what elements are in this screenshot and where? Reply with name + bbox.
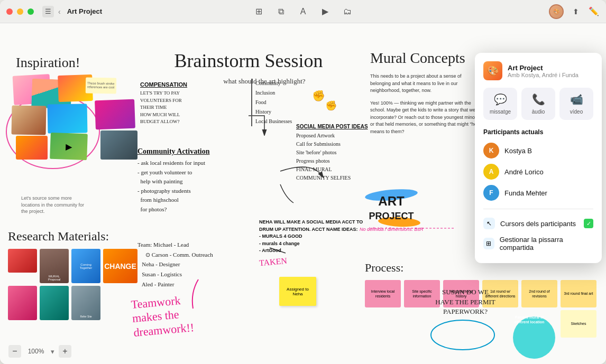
cursors-check: ✓ — [584, 219, 593, 228]
edit-icon[interactable]: ✏️ — [588, 6, 600, 17]
mural-note2: Yes! 100% — thinking we might partner wi… — [370, 100, 486, 136]
close-button[interactable] — [6, 8, 13, 15]
compensation-text: LET'S TRY TO PAYVOLUNTEERS FORTHEIR TIME… — [140, 90, 219, 126]
brainstorm-title: Brainstorm Session — [148, 50, 349, 72]
kostya-name: Kostya B — [504, 147, 532, 155]
cursors-toggle[interactable]: ↖ Cursors dels participants ✓ — [483, 214, 593, 232]
photo-r2 — [100, 130, 137, 160]
emoji-fist1: ✊ — [312, 89, 325, 102]
photo-5 — [48, 104, 88, 133]
back-arrow[interactable]: ‹ — [56, 6, 63, 17]
participants-section-title: Participants actuals — [483, 128, 593, 136]
community-title: Community Activation — [137, 147, 238, 156]
social-title: SOCIAL MEDIA POST IDEAS — [296, 124, 381, 129]
copy-icon[interactable]: ⧉ — [275, 6, 287, 17]
message-button[interactable]: 💬 missatge — [483, 88, 517, 120]
neha-box: NEHA WILL MAKE A SOCIAL MEDIA ACCT TO DR… — [259, 219, 365, 267]
research-title: Research Materials: — [8, 229, 145, 244]
media-icon[interactable]: ▶ — [319, 6, 331, 17]
sidebar-toggle-icon[interactable]: ☰ — [42, 6, 54, 17]
assigned-label: Assigned to Neha — [281, 287, 314, 296]
video-label: vídeo — [570, 109, 583, 115]
col1-card1: Interview local residents — [365, 280, 401, 307]
susan-note: SUSAN DO WE HAVE THE PERMIT PAPERWORK? — [434, 287, 497, 316]
research-thumbnails: MURALProposal ComingTogether CHANGE Refe… — [8, 249, 145, 320]
maximize-button[interactable] — [27, 8, 34, 15]
col6-card1: 3rd round final art — [561, 280, 596, 307]
inspiration-title: Inspiration! — [16, 55, 116, 71]
team-list: Team: Michael - Lead ⊙ Carson - Comm. Ou… — [137, 240, 243, 289]
kostya-avatar: K — [483, 143, 499, 158]
col5-card1: 2nd round of revisions — [521, 280, 557, 307]
andre-name: André Lorico — [504, 168, 544, 176]
neha-text: NEHA WILL MAKE A SOCIAL MEDIA ACCT TO DR… — [259, 219, 365, 255]
titlebar-right: 🎨 ⬆ ✏️ — [549, 4, 600, 19]
audio-button[interactable]: 📞 àudio — [521, 88, 555, 120]
minimize-button[interactable] — [17, 8, 23, 15]
col6-card2: Sketches — [561, 310, 596, 338]
thumb-pink — [8, 286, 37, 320]
panel-subtitle: Amb Kostya, André i Funda — [508, 72, 579, 78]
compensation-box: COMPENSATION LET'S TRY TO PAYVOLUNTEERS … — [140, 81, 219, 126]
window-title: Art Project — [67, 7, 102, 15]
photo-note: These brush stroke references are cool — [86, 77, 117, 94]
cursor-icon: ↖ — [483, 218, 495, 229]
taken-stamp: TAKEN — [259, 256, 287, 268]
zoom-level: 100% — [25, 348, 47, 355]
message-label: missatge — [490, 109, 511, 115]
collaboration-panel: 🎨 Art Project Amb Kostya, André i Funda … — [475, 53, 602, 263]
brainstorm-section: Brainstorm Session what should the art h… — [148, 50, 349, 90]
mural-note: This needs to be a project about a sense… — [370, 73, 481, 95]
checklist-items: CommunityInclusionFoodHistoryLocal Busin… — [251, 79, 309, 126]
audio-label: àudio — [532, 109, 545, 115]
thumb-coming-together: ComingTogether — [71, 249, 100, 283]
col-3rd-round: 3rd round final art Sketches — [561, 280, 596, 338]
text-icon[interactable]: A — [297, 6, 309, 17]
emoji-fist2: ✊ — [325, 100, 337, 111]
panel-divider — [483, 209, 593, 209]
video-button[interactable]: 📹 vídeo — [559, 88, 593, 120]
zoom-caret[interactable]: ▾ — [51, 348, 54, 356]
research-section: Research Materials: MURALProposal Coming… — [8, 229, 145, 320]
thumb-change: CHANGE — [103, 249, 137, 283]
participant-kostya: K Kostya B — [483, 140, 593, 161]
andre-avatar: A — [483, 164, 499, 180]
cursors-label: Cursors dels participants — [500, 220, 576, 228]
thumb-green — [40, 286, 69, 320]
thumb-mural-proposal: MURALProposal — [40, 249, 69, 283]
zoom-out-button[interactable]: − — [8, 345, 21, 358]
col-2nd-round: 2nd round of revisions — [521, 280, 557, 307]
content-area: Inspiration! ▶ T — [0, 23, 606, 364]
participant-funda: F Funda Mehter — [483, 182, 593, 203]
social-items: Proposed Artwork Call for Submissions Si… — [296, 132, 381, 182]
mural-title: Mural Concepts — [370, 50, 486, 67]
dimensions-note: No definida / dimensions: BsR — [360, 227, 424, 232]
thumb-car — [8, 249, 37, 273]
funda-avatar: F — [483, 185, 499, 201]
photo-6 — [16, 136, 48, 160]
bottom-toolbar: − 100% ▾ + — [8, 345, 71, 358]
participant-andre: A André Lorico — [483, 161, 593, 182]
inspiration-section: Inspiration! ▶ T — [11, 55, 116, 160]
main-window: ☰ ‹ Art Project ⊞ ⧉ A ▶ 🗂 🎨 ⬆ ✏️ — [0, 0, 606, 364]
photo-7: ▶ — [50, 133, 88, 160]
message-icon: 💬 — [494, 93, 507, 106]
panel-title-group: Art Project Amb Kostya, André i Funda — [508, 64, 579, 78]
share-icon[interactable]: ⬆ — [570, 6, 582, 17]
titlebar-tools: ⊞ ⧉ A ▶ 🗂 — [253, 6, 353, 17]
manage-board-toggle[interactable]: ⊞ Gestionar la pissarra compartida — [483, 232, 593, 255]
folder-icon[interactable]: 🗂 — [342, 6, 353, 17]
board-icon: ⊞ — [483, 238, 494, 249]
community-items: - ask local residents for input - get yo… — [137, 158, 238, 214]
panel-title: Art Project — [508, 64, 579, 72]
panel-header: 🎨 Art Project Amb Kostya, André i Funda — [483, 61, 593, 80]
panel-app-icon: 🎨 — [483, 61, 502, 80]
zoom-in-button[interactable]: + — [59, 345, 71, 358]
titlebar: ☰ ‹ Art Project ⊞ ⧉ A ▶ 🗂 🎨 ⬆ ✏️ — [0, 0, 606, 23]
audio-icon: 📞 — [532, 93, 545, 106]
photo-4 — [12, 105, 47, 135]
user-avatar[interactable]: 🎨 — [549, 4, 564, 19]
table-icon[interactable]: ⊞ — [253, 6, 264, 17]
social-media-box: SOCIAL MEDIA POST IDEAS Proposed Artwork… — [296, 124, 381, 182]
painted-mural-note: Painted mural at different location — [511, 315, 548, 324]
